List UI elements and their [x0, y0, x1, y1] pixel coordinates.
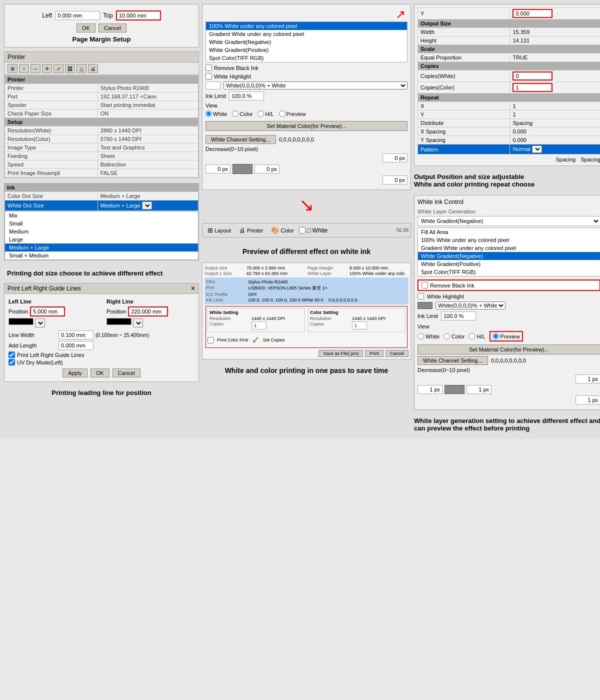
mid-dec-left[interactable]: 0 px — [206, 164, 230, 174]
wic-dropdown[interactable]: White Gradient(Negative) — [418, 216, 600, 226]
left-label: Left — [42, 12, 52, 19]
guide-panel: Print Left Right Guide Lines ✕ Left Line… — [4, 283, 199, 382]
right-line-label: Right Line — [106, 298, 134, 304]
tool-icon-1[interactable]: ⊞ — [8, 64, 18, 73]
dot-option-large[interactable]: Large — [5, 236, 198, 244]
guide-close-button[interactable]: ✕ — [190, 285, 196, 292]
guide-ok-button[interactable]: OK — [90, 368, 110, 378]
guide-cancel-button[interactable]: Cancel — [112, 368, 140, 378]
ps-print-button[interactable]: Print — [365, 350, 384, 357]
wic-channel-button[interactable]: White Channel Setting... — [418, 356, 488, 365]
mid-dec-bottom[interactable]: 0 px — [382, 176, 408, 184]
dot-option-small[interactable]: Small — [5, 220, 198, 228]
right-color-select[interactable] — [133, 318, 143, 328]
wic-view-hl[interactable]: H/L — [468, 333, 485, 340]
tab-white[interactable]: □ White — [299, 226, 328, 234]
wic-dec-bottom[interactable]: 1 px — [576, 396, 600, 404]
left-pos-input[interactable]: 5.000 mm — [30, 306, 65, 316]
tool-icon-3[interactable]: ↔ — [30, 64, 40, 73]
mid-white-color-row: White(0,0,0,0)% + White — [206, 82, 408, 90]
mid-view-color[interactable]: Color — [232, 110, 252, 117]
wic-dec-right[interactable]: 1 px — [466, 385, 492, 394]
wic-item-gradient[interactable]: Gradient White under any colored pixel — [418, 244, 600, 252]
uv-dry-checkbox[interactable] — [8, 359, 15, 366]
mid-dec-right[interactable]: 0 px — [254, 164, 280, 174]
wic-view-white[interactable]: White — [418, 333, 440, 340]
wic-item-pos[interactable]: White Gradient(Positive) — [418, 260, 600, 268]
wic-remove-black-checkbox[interactable] — [422, 282, 428, 288]
output-size-header-row: Output Size — [418, 20, 600, 28]
ps-save-button[interactable]: Save as File(.prn) — [318, 350, 363, 357]
mid-view-hl[interactable]: H/L — [258, 110, 274, 117]
tool-icon-7[interactable]: △ — [76, 64, 86, 73]
right-color-swatch[interactable] — [106, 318, 132, 325]
mid-white-channel-button[interactable]: White Channel Setting... — [206, 135, 276, 144]
wl-item-spot[interactable]: Spot Color(TIFF RGB) — [206, 54, 407, 62]
tool-icon-5[interactable]: ⤢ — [54, 64, 64, 73]
top-input[interactable]: 10.000 mm — [116, 10, 161, 20]
wic-ink-limit-label: Ink Limit — [418, 313, 438, 319]
ps-cancel-button[interactable]: Cancel — [386, 350, 408, 357]
margin-ok-button[interactable]: OK — [76, 24, 96, 32]
wic-view-label: View — [418, 324, 600, 330]
mid-dec-top[interactable]: 0 px — [382, 154, 408, 162]
mid-white-channel-value: 0,0,0,0,0,0,0,0 — [279, 136, 314, 142]
wic-dec-left[interactable]: 1 px — [418, 385, 442, 394]
wic-color-select[interactable]: White(0,0,0,0)% + White — [436, 302, 506, 310]
wic-item-neg[interactable]: White Gradient(Negative) — [418, 252, 600, 260]
mid-view-preview[interactable]: Preview — [279, 110, 306, 117]
wic-item-fill[interactable]: Fill All Area — [418, 228, 600, 236]
wic-ink-limit-input[interactable]: 100.0 % — [441, 312, 476, 320]
printer-name-value: Stylus Photo R2400 — [98, 84, 198, 92]
margin-cancel-button[interactable]: Cancel — [98, 24, 126, 32]
mid-ink-limit-input[interactable]: 100.0 % — [229, 92, 264, 100]
tool-icon-4[interactable]: ✛ — [42, 64, 52, 73]
mid-view-white[interactable]: White — [206, 110, 227, 117]
wic-white-highlight-checkbox[interactable] — [418, 293, 424, 300]
add-length-input[interactable]: 0.000 mm — [58, 341, 94, 350]
ps-print-color-label: Print Color First — [217, 338, 248, 342]
copies-white-input[interactable]: 0 — [512, 72, 552, 80]
wl-item-neg[interactable]: White Gradient(Negative) — [206, 38, 407, 46]
left-color-swatch[interactable] — [8, 318, 34, 325]
mid-white-highlight-checkbox[interactable] — [206, 73, 212, 80]
line-width-input[interactable]: 0.100 mm — [58, 330, 94, 340]
wic-view-color[interactable]: Color — [444, 333, 464, 340]
ps-print-color-checkbox[interactable] — [208, 337, 214, 344]
wic-item-spot[interactable]: Spot Color(TIFF RGB) — [418, 268, 600, 276]
dot-option-mix[interactable]: Mix — [5, 212, 198, 220]
tool-icon-8[interactable]: 🖨 — [88, 64, 98, 73]
tool-icon-2[interactable]: ↕ — [19, 64, 29, 73]
guide-apply-button[interactable]: Apply — [62, 368, 88, 378]
wl-item-pos[interactable]: White Gradient(Positive) — [206, 46, 407, 54]
wl-item-100pct[interactable]: 100% White under any colored pixel — [206, 22, 407, 30]
y-input[interactable]: 0.000 — [512, 9, 552, 18]
wic-dec-top[interactable]: 1 px — [576, 374, 600, 384]
wl-item-gradient[interactable]: Gradient White under any colored pixel — [206, 30, 407, 38]
tab-layout[interactable]: ⊞ Layout — [204, 226, 234, 235]
wic-view-preview[interactable]: Preview — [490, 331, 523, 342]
dot-option-medium[interactable]: Medium — [5, 228, 198, 236]
mid-set-material-button[interactable]: Set Material Color(for Preview)... — [206, 121, 408, 131]
dot-option-small-medium[interactable]: Small + Medium — [5, 252, 198, 260]
right-pos-input[interactable]: 220.000 mm — [128, 306, 168, 316]
left-input[interactable]: 0.000 mm — [55, 11, 100, 20]
left-color-select[interactable] — [35, 318, 45, 328]
ps-white-copies-input[interactable]: 1 — [252, 322, 266, 330]
white-color-select[interactable]: White(0,0,0,0)% + White — [224, 82, 408, 90]
wic-item-100pct[interactable]: 100% White under any colored pixel — [418, 236, 600, 244]
white-dot-row: White Dot Size Medium + Large — [5, 200, 198, 211]
print-guide-checkbox[interactable] — [8, 352, 15, 358]
tool-icon-6[interactable]: 🖼 — [65, 64, 75, 73]
mid-remove-black-checkbox[interactable] — [206, 64, 212, 71]
white-tab-checkbox[interactable] — [299, 227, 306, 234]
tab-printer[interactable]: 🖨 Printer — [236, 226, 266, 235]
ps-white-setting-title: White Setting — [210, 310, 303, 315]
ps-color-copies-input[interactable]: 1 — [352, 322, 367, 330]
wic-set-material-button[interactable]: Set Material Color(for Preview)... — [418, 344, 600, 354]
white-dot-select[interactable] — [142, 202, 152, 210]
dot-option-medium-large[interactable]: Medium + Large — [5, 244, 198, 252]
pattern-select[interactable] — [532, 146, 542, 153]
tab-color[interactable]: 🎨 Color — [268, 226, 296, 235]
copies-color-input[interactable]: 1 — [512, 83, 552, 92]
